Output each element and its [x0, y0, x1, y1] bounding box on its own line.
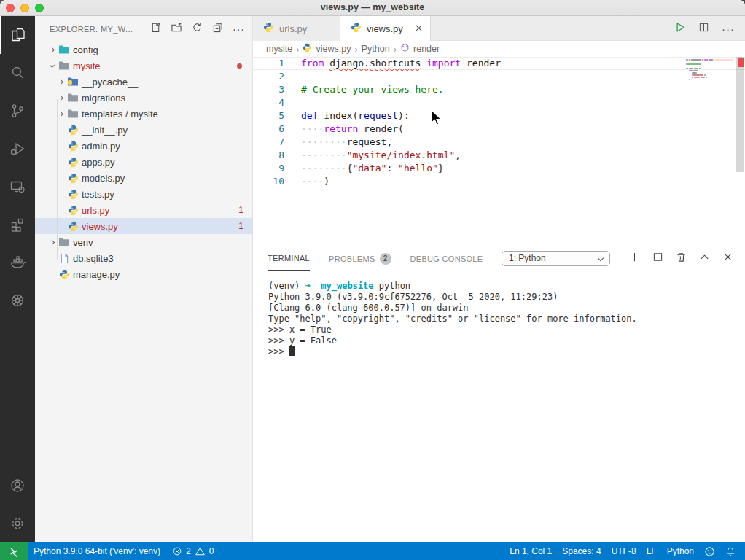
tree-item-label: config: [73, 44, 98, 55]
kill-terminal-icon[interactable]: [676, 252, 687, 265]
folder-gray-icon: [66, 109, 80, 119]
activity-bar: [0, 16, 35, 542]
python-interpreter-status[interactable]: Python 3.9.0 64-bit ('venv': venv): [28, 546, 166, 556]
line-number: 2: [253, 70, 284, 83]
tree-item-urls-py[interactable]: urls.py1: [35, 202, 252, 218]
explorer-icon[interactable]: [0, 16, 35, 54]
eol-status[interactable]: LF: [641, 546, 662, 556]
tree-item-tests-py[interactable]: tests.py: [35, 186, 252, 202]
search-icon[interactable]: [0, 54, 35, 92]
explorer-more-actions-icon[interactable]: ···: [233, 26, 245, 33]
run-file-icon[interactable]: [674, 21, 686, 36]
breadcrumb-item[interactable]: Python: [362, 44, 390, 54]
collapse-all-icon[interactable]: [212, 22, 223, 36]
language-mode-status[interactable]: Python: [662, 546, 699, 556]
chevron-right-icon: ›: [354, 44, 357, 55]
tree-item-templates-mysite[interactable]: templates / mysite: [35, 106, 252, 122]
tree-item-label: views.py: [82, 221, 118, 232]
close-window-button[interactable]: [6, 4, 15, 12]
docker-icon[interactable]: [0, 244, 35, 281]
tab-views-py[interactable]: views.py: [340, 16, 431, 41]
remote-icon: [8, 546, 20, 557]
accounts-icon[interactable]: [0, 467, 35, 505]
tree-item-db-sqlite3[interactable]: db.sqlite3: [35, 250, 252, 266]
line-number: 5: [253, 109, 284, 122]
code-line-4: 4: [253, 96, 745, 109]
encoding-status[interactable]: UTF-8: [606, 546, 641, 556]
maximize-panel-icon[interactable]: [699, 252, 710, 265]
chevron-right-icon: [55, 80, 66, 84]
python-icon: [66, 141, 80, 152]
error-icon: [172, 546, 182, 556]
remote-explorer-icon[interactable]: [0, 168, 35, 206]
new-terminal-icon[interactable]: [629, 252, 640, 265]
folder-gray-icon: [66, 93, 80, 103]
chevron-right-icon: ›: [296, 44, 299, 55]
tree-item-label: manage.py: [73, 269, 120, 280]
code-editor[interactable]: 1from django.shortcuts import render23# …: [253, 57, 745, 246]
python-icon: [66, 189, 80, 200]
breadcrumb-item[interactable]: views.py: [316, 44, 351, 54]
tree-item-venv[interactable]: venv: [35, 234, 252, 250]
minimap[interactable]: [686, 59, 733, 81]
python-file-icon: [303, 43, 312, 55]
close-panel-icon[interactable]: [722, 252, 733, 265]
split-editor-icon[interactable]: [698, 22, 709, 36]
problems-count: 1: [238, 205, 243, 215]
terminal-output[interactable]: (venv) ➜ my_website pythonPython 3.9.0 (…: [253, 271, 745, 357]
file-icon: [57, 253, 71, 264]
cursor-position-status[interactable]: Ln 1, Col 1: [504, 546, 557, 556]
split-terminal-icon[interactable]: [652, 252, 663, 265]
zoom-window-button[interactable]: [35, 4, 44, 12]
editor-more-actions-icon[interactable]: ···: [722, 23, 735, 35]
kubernetes-icon[interactable]: [0, 281, 35, 319]
line-number: 9: [253, 162, 284, 175]
remote-indicator[interactable]: [0, 542, 28, 560]
new-file-icon[interactable]: [150, 22, 161, 36]
settings-gear-icon[interactable]: [0, 505, 35, 542]
tree-item-mysite[interactable]: mysite: [35, 58, 252, 74]
feedback-smiley-icon[interactable]: [699, 546, 720, 557]
chevron-down-icon: [598, 255, 604, 261]
indent-guide: [324, 122, 324, 188]
minimize-window-button[interactable]: [20, 4, 29, 12]
line-number: 1: [253, 58, 284, 69]
editor-scrollbar[interactable]: [735, 57, 745, 246]
terminal-selector-dropdown[interactable]: 1: Python: [502, 251, 610, 266]
terminal-line: Type "help", "copyright", "credits" or "…: [268, 314, 745, 324]
python-file-icon: [351, 22, 362, 35]
explorer-title: EXPLORER: MY_W...: [50, 25, 150, 34]
tree-item-admin-py[interactable]: admin.py: [35, 138, 252, 154]
breadcrumb-item[interactable]: mysite: [266, 44, 292, 54]
code-line-5: 5def index(request):: [253, 109, 745, 122]
tree-item-migrations[interactable]: migrations: [35, 90, 252, 106]
tree-item-views-py[interactable]: views.py1: [35, 218, 252, 234]
overview-error-marker: [738, 58, 744, 67]
refresh-icon[interactable]: [192, 22, 203, 36]
python-icon: [66, 221, 80, 232]
tree-item-config[interactable]: config: [35, 42, 252, 58]
tree-item--pycache-[interactable]: __pycache__: [35, 74, 252, 90]
editor-group: urls.py views.py ··· mysite › views.py ›…: [253, 16, 745, 542]
breadcrumb-item[interactable]: render: [413, 44, 440, 54]
problems-status[interactable]: 2 0: [166, 546, 219, 556]
tree-item-apps-py[interactable]: apps.py: [35, 154, 252, 170]
titlebar: views.py — my_website: [0, 0, 745, 16]
tree-item-manage-py[interactable]: manage.py: [35, 266, 252, 282]
tab-urls-py[interactable]: urls.py: [253, 16, 340, 41]
tree-item-models-py[interactable]: models.py: [35, 170, 252, 186]
new-folder-icon[interactable]: [171, 22, 182, 36]
tree-item--init-py[interactable]: __init__.py: [35, 122, 252, 138]
tab-debug-console[interactable]: DEBUG CONSOLE: [410, 246, 483, 271]
tab-problems[interactable]: PROBLEMS 2: [329, 246, 391, 271]
extensions-icon[interactable]: [0, 206, 35, 244]
indentation-status[interactable]: Spaces: 4: [557, 546, 606, 556]
run-debug-icon[interactable]: [0, 130, 35, 168]
code-line-9: 9········{"data": "hello"}: [253, 162, 745, 175]
window-controls: [6, 4, 44, 12]
tab-terminal[interactable]: TERMINAL: [268, 246, 310, 271]
chevron-right-icon: ›: [394, 44, 397, 55]
notifications-bell-icon[interactable]: [720, 546, 741, 557]
source-control-icon[interactable]: [0, 92, 35, 130]
close-tab-icon[interactable]: [415, 23, 423, 34]
